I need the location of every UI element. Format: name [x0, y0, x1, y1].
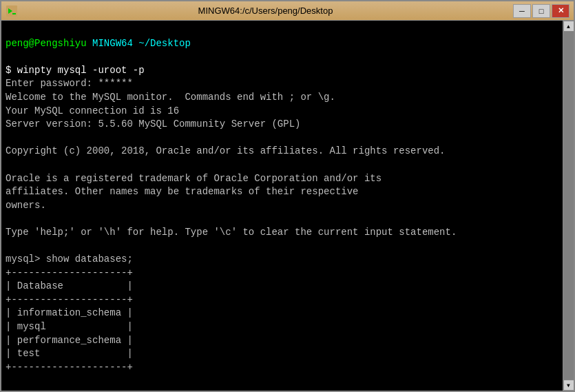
terminal-output: peng@Pengshiyu MINGW64 ~/Desktop $ winpt… [6, 23, 569, 388]
window-icon [6, 5, 18, 17]
scroll-track[interactable] [563, 32, 574, 380]
window-controls: ─ □ ✕ [513, 4, 569, 18]
title-bar: MINGW64:/c/Users/peng/Desktop ─ □ ✕ [1, 1, 574, 21]
scrollbar[interactable]: ▲ ▼ [563, 21, 574, 391]
terminal-body[interactable]: peng@Pengshiyu MINGW64 ~/Desktop $ winpt… [1, 21, 574, 391]
maximize-button[interactable]: □ [532, 4, 550, 18]
minimize-button[interactable]: ─ [513, 4, 531, 18]
scroll-down-arrow[interactable]: ▼ [563, 380, 574, 391]
close-button[interactable]: ✕ [552, 4, 569, 18]
svg-rect-2 [12, 13, 16, 14]
scroll-up-arrow[interactable]: ▲ [563, 21, 574, 32]
window-title: MINGW64:/c/Users/peng/Desktop [18, 6, 513, 16]
terminal-window: MINGW64:/c/Users/peng/Desktop ─ □ ✕ peng… [0, 0, 575, 392]
